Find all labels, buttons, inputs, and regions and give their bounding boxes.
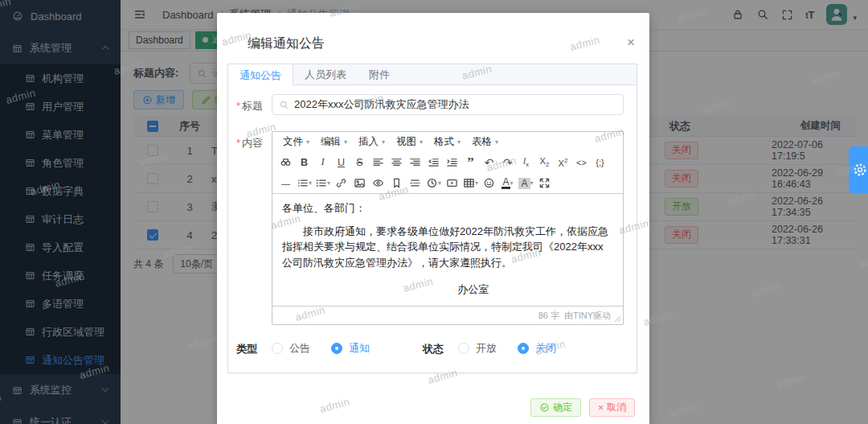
dialog-tabs: 通知公告人员列表附件 (228, 64, 637, 85)
pagebreak-icon[interactable] (406, 175, 424, 191)
caret-down-icon: ▾ (510, 179, 514, 187)
radio-icon (272, 343, 283, 354)
close-icon[interactable]: × (627, 35, 635, 49)
searchreplace-icon[interactable] (276, 154, 295, 171)
tab-人员列表[interactable]: 人员列表 (293, 64, 358, 84)
word-count: 86 字 (538, 310, 559, 322)
redo-icon[interactable]: ↷ (498, 154, 517, 171)
editor-toolbar-1: BIUS”↶↷IxX2X2<>{;} (272, 151, 623, 173)
content-field-row: 内容 文件▾编辑▾插入▾视图▾格式▾表格▾ BIUS”↶↷IxX2X2<>{;}… (236, 131, 624, 325)
dialog-tab-body: 标题 2022年xxx公司防汛救灾应急管理办法 内容 文件▾编辑▾插入▾视图▾格… (228, 85, 637, 356)
editor-menubar: 文件▾编辑▾插入▾视图▾格式▾表格▾ (272, 132, 623, 151)
italic-icon[interactable]: I (313, 154, 332, 171)
title-input-value: 2022年xxx公司防汛救灾应急管理办法 (294, 97, 469, 112)
editor-menu-编辑[interactable]: 编辑▾ (315, 134, 353, 150)
emoticons-icon[interactable] (480, 175, 498, 191)
image-icon[interactable] (350, 175, 369, 191)
editor-menu-插入[interactable]: 插入▾ (353, 134, 391, 150)
editor-menu-表格[interactable]: 表格▾ (466, 134, 504, 150)
confirm-button[interactable]: 确定 (530, 398, 581, 417)
dialog-footer: 确定 × 取消 (530, 398, 635, 417)
cancel-button[interactable]: × 取消 (589, 398, 635, 417)
bullist-icon[interactable]: ▾ (295, 175, 313, 191)
indent-icon[interactable] (443, 154, 461, 171)
numlist-icon[interactable]: ▾ (313, 175, 332, 191)
caret-down-icon: ▾ (530, 179, 534, 187)
title-input[interactable]: 2022年xxx公司防汛救灾应急管理办法 (272, 94, 624, 115)
editor-branding: 由TINY驱动 (564, 310, 611, 322)
underline-icon[interactable]: U (332, 154, 350, 171)
remove-format-icon[interactable]: Ix (517, 154, 535, 171)
caret-down-icon: ▾ (309, 179, 312, 187)
editor-content[interactable]: 各单位、各部门：接市政府通知，要求各级单位做好2022年防汛救灾工作，依据应急指… (272, 193, 623, 306)
media-icon[interactable] (443, 175, 461, 191)
status-radio-开放[interactable]: 开放 (458, 341, 497, 356)
caret-down-icon: ▾ (344, 138, 347, 146)
rich-text-editor: 文件▾编辑▾插入▾视图▾格式▾表格▾ BIUS”↶↷IxX2X2<>{;} —▾… (272, 131, 624, 325)
resize-handle-icon[interactable] (614, 315, 621, 323)
settings-drawer-button[interactable] (849, 146, 868, 193)
anchor-icon[interactable] (387, 175, 406, 191)
status-radio-关闭[interactable]: 关闭 (518, 341, 556, 356)
radio-icon (458, 343, 469, 354)
title-field-row: 标题 2022年xxx公司防汛救灾应急管理办法 (236, 94, 624, 115)
editor-statusbar: 86 字 由TINY驱动 (272, 306, 623, 324)
caret-down-icon: ▾ (327, 179, 330, 187)
type-radio-通知[interactable]: 通知 (331, 341, 370, 356)
horizontal-rule-icon[interactable]: — (276, 175, 295, 191)
caret-down-icon: ▾ (420, 138, 423, 146)
dialog-tab-card: 通知公告人员列表附件 标题 2022年xxx公司防汛救灾应急管理办法 内容 文件… (227, 64, 637, 373)
code-icon[interactable]: <> (572, 154, 591, 171)
blockquote-icon[interactable]: ” (461, 154, 480, 171)
content-field-label: 内容 (236, 131, 272, 325)
editor-paragraph: 办公室 (282, 282, 613, 298)
caret-down-icon: ▾ (382, 138, 385, 146)
caret-down-icon: ▾ (438, 179, 441, 187)
radio-icon (331, 343, 342, 354)
title-field-label: 标题 (236, 94, 272, 115)
editor-paragraph: 接市政府通知，要求各级单位做好2022年防汛救灾工作，依据应急指挥相关要求与规定… (282, 224, 613, 271)
search-icon (279, 100, 289, 110)
type-status-row: 类型 公告通知 状态 开放关闭 (236, 341, 624, 356)
preview-icon[interactable] (369, 175, 387, 191)
caret-down-icon: ▾ (475, 179, 478, 187)
link-icon[interactable] (332, 175, 350, 191)
editor-menu-格式[interactable]: 格式▾ (428, 134, 466, 150)
radio-icon (518, 343, 529, 354)
type-radio-公告[interactable]: 公告 (272, 341, 310, 356)
editor-toolbar-2: —▾▾▾▾A▾A▾ (272, 173, 623, 193)
align-left-icon[interactable] (369, 154, 387, 171)
editor-menu-视图[interactable]: 视图▾ (391, 134, 428, 150)
status-label: 状态 (423, 342, 458, 356)
strikethrough-icon[interactable]: S (350, 154, 369, 171)
editor-menu-文件[interactable]: 文件▾ (277, 134, 315, 150)
caret-down-icon: ▾ (457, 138, 461, 146)
align-center-icon[interactable] (387, 154, 406, 171)
gear-icon (852, 162, 868, 178)
caret-down-icon: ▾ (306, 138, 309, 146)
tab-通知公告[interactable]: 通知公告 (228, 64, 293, 86)
dialog-title: 编辑通知公告 (248, 35, 325, 52)
caret-down-icon: ▾ (495, 138, 498, 146)
bold-icon[interactable]: B (295, 154, 313, 171)
outdent-icon[interactable] (424, 154, 443, 171)
forecolor-icon[interactable]: A▾ (498, 175, 517, 191)
x-icon: × (598, 402, 604, 414)
undo-icon[interactable]: ↶ (480, 154, 498, 171)
subscript-icon[interactable]: X2 (535, 154, 554, 171)
align-right-icon[interactable] (406, 154, 424, 171)
editor-paragraph: 各单位、各部门： (282, 200, 613, 216)
tab-附件[interactable]: 附件 (358, 64, 401, 84)
fullscreen-icon[interactable] (535, 175, 554, 191)
table-icon[interactable]: ▾ (461, 175, 480, 191)
insertdatetime-icon[interactable]: ▾ (424, 175, 443, 191)
superscript-icon[interactable]: X2 (554, 154, 572, 171)
check-circle-icon (539, 402, 550, 413)
type-label: 类型 (236, 342, 272, 356)
edit-notice-dialog: 编辑通知公告 × 通知公告人员列表附件 标题 2022年xxx公司防汛救灾应急管… (217, 13, 649, 424)
backcolor-icon[interactable]: A▾ (517, 175, 535, 191)
codesample-icon[interactable]: {;} (591, 154, 609, 171)
